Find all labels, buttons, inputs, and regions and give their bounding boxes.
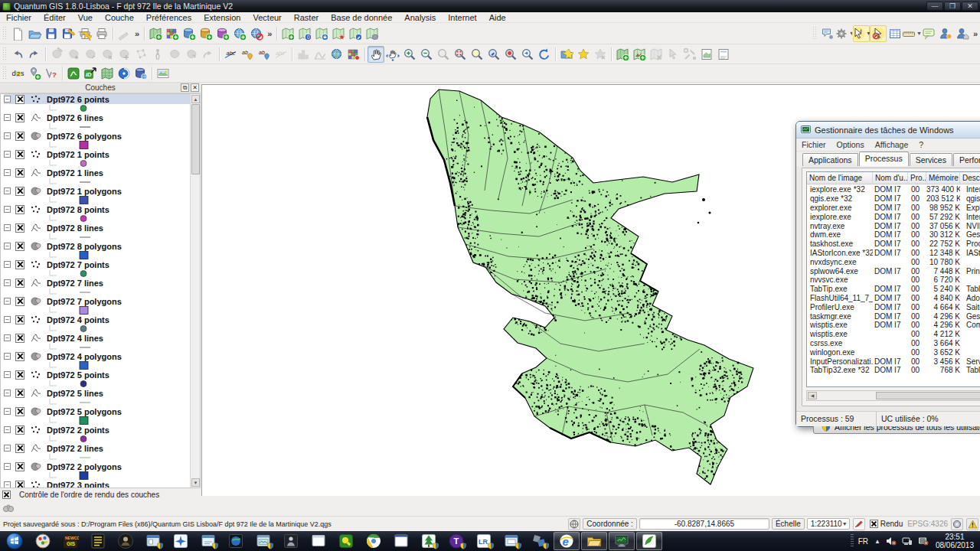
taskbar-window-shield-app-3[interactable] bbox=[498, 532, 524, 550]
expand-toggle-icon[interactable]: − bbox=[4, 243, 11, 249]
layer-item[interactable]: −Dpt972 8 polygons bbox=[1, 241, 200, 259]
layer-visibility-checkbox[interactable] bbox=[15, 389, 24, 398]
taskbar-window-plain-app[interactable] bbox=[305, 532, 332, 550]
layer-item[interactable]: −Dpt972 6 lines bbox=[1, 112, 200, 131]
layer-label[interactable]: Dpt972 8 polygons bbox=[47, 242, 122, 251]
process-row[interactable]: nvvsvc.exe006 720 K bbox=[807, 276, 980, 285]
layer-visibility-checkbox[interactable] bbox=[15, 279, 24, 288]
layer-label[interactable]: Dpt972 3 points bbox=[47, 481, 109, 489]
delete-selected[interactable] bbox=[149, 46, 166, 63]
process-row[interactable]: taskmgr.exeDOM I7004 296 KGestion bbox=[807, 311, 980, 321]
layer-item[interactable]: −Dpt972 8 points bbox=[1, 204, 200, 223]
measure-line[interactable]: ▼ bbox=[903, 25, 920, 42]
layer-label[interactable]: Dpt972 8 points bbox=[47, 205, 109, 214]
new-bookmark[interactable] bbox=[575, 46, 592, 63]
toggle-editing[interactable] bbox=[48, 46, 65, 63]
pan-map[interactable] bbox=[368, 46, 384, 63]
layer-item[interactable]: −Dpt972 5 polygons bbox=[1, 406, 200, 425]
layer-label[interactable]: Dpt972 5 points bbox=[47, 370, 109, 380]
process-row[interactable]: wisptis.exeDOM I7004 296 KCompo bbox=[807, 321, 980, 330]
map-database[interactable] bbox=[364, 25, 381, 42]
grass-region[interactable] bbox=[116, 65, 132, 82]
taskbar-internet-explorer[interactable]: e bbox=[554, 532, 580, 550]
process-row[interactable]: qgis.exe *32DOM I700203 512 Kqgis.ex bbox=[807, 194, 980, 204]
pan-to-selection[interactable] bbox=[384, 46, 401, 63]
taskbar-qgis-desktop[interactable] bbox=[636, 532, 662, 550]
menu--diter[interactable]: Éditer bbox=[38, 12, 72, 23]
layer-visibility-checkbox[interactable] bbox=[15, 187, 24, 196]
column-header-4[interactable]: Mémoire (je... bbox=[926, 172, 960, 184]
column-header-5[interactable]: Description bbox=[960, 172, 980, 184]
taskbar-task-manager[interactable] bbox=[609, 532, 635, 550]
diagram-overlay[interactable] bbox=[295, 46, 312, 63]
zoom-next[interactable] bbox=[519, 46, 536, 63]
add-spatialite-layer[interactable] bbox=[198, 25, 214, 42]
grass-mapset[interactable] bbox=[99, 65, 116, 82]
db-manager[interactable] bbox=[132, 65, 149, 82]
menu-internet[interactable]: Internet bbox=[442, 12, 482, 23]
crs-status-icon[interactable] bbox=[951, 518, 963, 530]
layer-label[interactable]: Dpt972 6 lines bbox=[47, 113, 103, 122]
network-icon[interactable] bbox=[902, 536, 913, 546]
layer-item[interactable]: −Dpt972 7 lines bbox=[1, 278, 200, 296]
map-tips[interactable] bbox=[819, 25, 836, 42]
taskbar-clock[interactable]: 23:51 08/06/2013 bbox=[936, 533, 974, 549]
layer-label[interactable]: Dpt972 1 lines bbox=[47, 168, 103, 178]
undo[interactable] bbox=[9, 46, 26, 63]
layer-label[interactable]: Dpt972 4 points bbox=[47, 315, 109, 324]
add-pin[interactable] bbox=[26, 65, 43, 82]
layer-label[interactable]: Dpt972 2 polygons bbox=[47, 462, 122, 471]
remove-layer[interactable] bbox=[648, 46, 665, 63]
process-row[interactable]: InputPersonalizati...DOM I7003 456 KServ… bbox=[807, 357, 980, 366]
zoom-last[interactable] bbox=[485, 46, 502, 63]
new-project[interactable] bbox=[9, 25, 26, 42]
layer-label[interactable]: Dpt972 4 polygons bbox=[47, 352, 122, 361]
move-feature[interactable] bbox=[116, 46, 132, 63]
layer-visibility-checkbox[interactable] bbox=[15, 407, 24, 416]
taskbar-chrome-app[interactable] bbox=[361, 532, 387, 550]
expand-toggle-icon[interactable]: − bbox=[4, 169, 11, 176]
copyright-decoration[interactable] bbox=[698, 46, 715, 63]
change-label[interactable]: abc bbox=[273, 46, 289, 63]
annotation-pencil[interactable] bbox=[116, 25, 132, 42]
layer-label[interactable]: Dpt972 2 points bbox=[47, 425, 109, 435]
rotate-label[interactable]: ab bbox=[256, 46, 273, 63]
layer-label[interactable]: Dpt972 1 points bbox=[47, 150, 109, 159]
layer-visibility-checkbox[interactable] bbox=[15, 297, 24, 306]
column-header-1[interactable]: Nom de l'image bbox=[807, 172, 873, 184]
layer-item[interactable]: −Dpt972 7 polygons bbox=[1, 296, 200, 315]
process-row[interactable]: wisptis.exe004 212 K bbox=[807, 330, 980, 339]
maximize-button[interactable]: ❐ bbox=[944, 2, 961, 11]
georeferencer[interactable] bbox=[345, 46, 362, 63]
layer-item[interactable]: −Dpt972 4 polygons bbox=[1, 351, 200, 370]
process-row[interactable]: csrss.exe003 664 K bbox=[807, 339, 980, 348]
layer-item[interactable]: −Dpt972 1 points bbox=[1, 149, 200, 168]
layer-item[interactable]: −Dpt972 2 polygons bbox=[1, 461, 200, 480]
layer-item[interactable]: −Dpt972 2 lines bbox=[1, 443, 200, 461]
cut-features[interactable] bbox=[166, 46, 183, 63]
action-center-error-icon[interactable] bbox=[918, 536, 929, 546]
user-tool-2[interactable] bbox=[954, 25, 971, 42]
layer-label[interactable]: Dpt972 5 polygons bbox=[47, 407, 122, 416]
layer-label[interactable]: Dpt972 7 points bbox=[47, 260, 109, 269]
expand-toggle-icon[interactable]: − bbox=[4, 132, 11, 139]
tm-menu-affichage[interactable]: Affichage bbox=[870, 140, 914, 149]
identify-features[interactable]: i▼ bbox=[853, 25, 870, 42]
user-tool-1[interactable] bbox=[937, 25, 954, 42]
taskbar-window-shield-app-2[interactable] bbox=[195, 532, 221, 550]
layer-item[interactable]: −Dpt972 2 points bbox=[1, 425, 200, 443]
taskbar-puzzle-app[interactable] bbox=[526, 532, 552, 550]
labeling[interactable]: abc bbox=[222, 46, 239, 63]
process-row[interactable]: winlogon.exe003 652 K bbox=[807, 347, 980, 357]
menu-base-de-donn-e[interactable]: Base de donnée bbox=[325, 12, 398, 23]
menu-analysis[interactable]: Analysis bbox=[398, 12, 442, 23]
layer-label[interactable]: Dpt972 8 lines bbox=[47, 223, 103, 233]
layer-label[interactable]: Dpt972 5 lines bbox=[47, 389, 103, 398]
process-row[interactable]: TabTip32.exe *32DOM I700768 KTablet bbox=[807, 366, 980, 375]
toolbar-overflow-button[interactable]: » bbox=[971, 29, 980, 38]
composer-manager[interactable] bbox=[93, 25, 110, 42]
process-row[interactable]: nvtray.exeDOM I70037 056 KNVIDIA bbox=[807, 221, 980, 230]
process-row[interactable]: splwow64.exeDOM I7007 448 KPrint d bbox=[807, 266, 980, 276]
process-row[interactable]: TabTip.exeDOM I7005 240 KTablet bbox=[807, 285, 980, 294]
layer-visibility-checkbox[interactable] bbox=[15, 150, 24, 159]
